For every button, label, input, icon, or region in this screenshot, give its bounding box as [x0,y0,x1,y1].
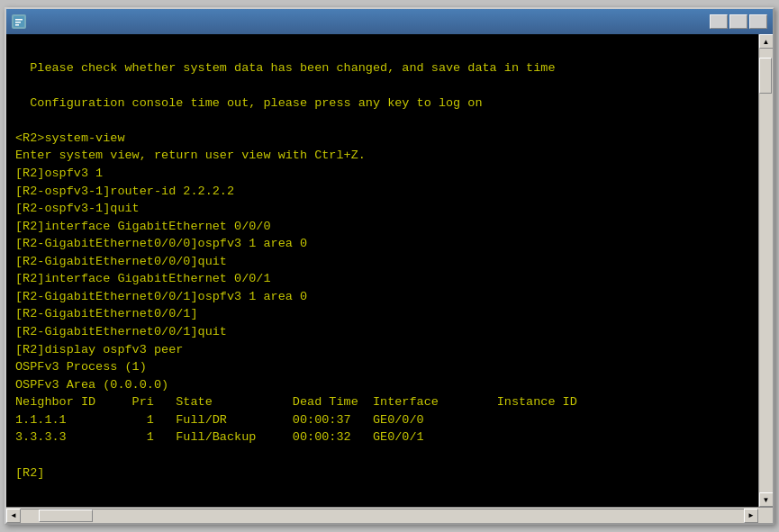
scroll-left-button[interactable]: ◄ [6,509,21,523]
scroll-up-button[interactable]: ▲ [759,34,774,49]
title-bar-left [12,14,32,29]
svg-rect-1 [15,19,23,21]
title-buttons [710,14,767,29]
vertical-scrollbar[interactable]: ▲ ▼ [758,34,773,507]
resize-corner [758,509,773,523]
title-bar [6,9,773,34]
scroll-down-button[interactable]: ▼ [759,492,774,507]
scroll-right-button[interactable]: ► [744,509,758,523]
window-body: Please check whether system data has bee… [6,34,773,507]
svg-rect-2 [15,22,21,23]
scroll-h-track[interactable] [21,509,744,523]
close-button[interactable] [749,14,767,29]
scroll-h-thumb[interactable] [39,509,93,522]
svg-rect-3 [15,24,19,26]
minimize-button[interactable] [710,14,728,29]
main-window: Please check whether system data has bee… [5,7,774,525]
maximize-button[interactable] [729,14,747,29]
scroll-track[interactable] [759,49,773,492]
terminal-output[interactable]: Please check whether system data has bee… [6,34,758,507]
horizontal-scrollbar-bar: ◄ ► [6,507,773,523]
scroll-thumb[interactable] [759,58,772,94]
app-icon [12,14,26,29]
